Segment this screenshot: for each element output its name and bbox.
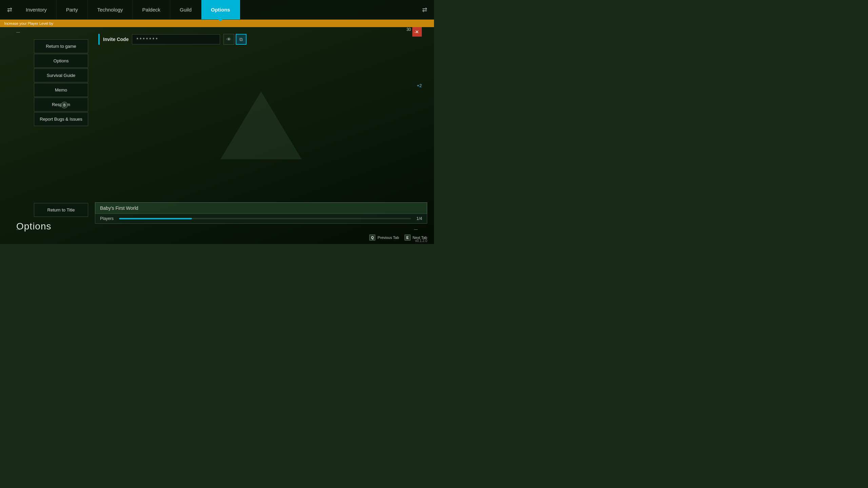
players-bar-fill bbox=[119, 218, 192, 219]
world-players-bar: Players 1/4 bbox=[95, 214, 427, 224]
tab-party[interactable]: Party bbox=[57, 0, 88, 19]
hp-badge: 30 bbox=[407, 27, 411, 32]
tab-options[interactable]: Options bbox=[201, 0, 240, 19]
copy-code-button[interactable]: ⧉ bbox=[236, 34, 246, 45]
prev-tab-label: Previous Tab bbox=[377, 236, 399, 240]
hide-code-button[interactable]: 👁 bbox=[223, 34, 234, 45]
return-to-game-button[interactable]: Return to game bbox=[34, 39, 88, 53]
players-bar-track bbox=[119, 218, 411, 219]
tab-inventory[interactable]: Inventory bbox=[16, 0, 57, 19]
decorative-triangle bbox=[220, 92, 302, 159]
prev-tab-key: Q bbox=[369, 235, 375, 241]
notification-bar: Increase your Player Level by bbox=[0, 20, 434, 27]
swap-right-icon[interactable]: ⇄ bbox=[418, 3, 431, 17]
main-content: Return to game Options Survival Guide Me… bbox=[0, 27, 434, 244]
players-label: Players bbox=[100, 216, 114, 221]
swap-left-icon[interactable]: ⇄ bbox=[3, 3, 16, 17]
report-bugs-button[interactable]: Report Bugs & Issues bbox=[34, 112, 88, 126]
players-count: 1/4 bbox=[416, 216, 422, 221]
invite-code-input[interactable] bbox=[132, 34, 220, 44]
options-button[interactable]: Options bbox=[34, 54, 88, 68]
invite-label-wrapper: Invite Code bbox=[98, 34, 129, 45]
world-info-panel: Baby's First World Players 1/4 bbox=[95, 202, 427, 224]
left-menu-panel: Return to game Options Survival Guide Me… bbox=[0, 27, 88, 244]
tab-paldeck[interactable]: Paldeck bbox=[133, 0, 170, 19]
corner-marker-tr: — bbox=[414, 30, 418, 34]
corner-marker-tl: — bbox=[16, 30, 20, 34]
decorative-area bbox=[95, 54, 427, 197]
plus-badge: +2 bbox=[417, 83, 422, 88]
world-name: Baby's First World bbox=[95, 202, 427, 214]
menu-spacer bbox=[34, 127, 81, 203]
right-panel: Invite Code 👁 ⧉ Baby's First World Playe… bbox=[88, 27, 434, 244]
page-title: Options bbox=[16, 221, 52, 232]
tab-active-arrow bbox=[218, 19, 222, 21]
nav-tabs: Inventory Party Technology Paldeck Guild… bbox=[16, 0, 418, 19]
tab-guild[interactable]: Guild bbox=[170, 0, 201, 19]
invite-label: Invite Code bbox=[103, 37, 129, 42]
top-navigation: ⇄ Inventory Party Technology Paldeck Gui… bbox=[0, 0, 434, 20]
invite-code-icons: 👁 ⧉ bbox=[223, 34, 246, 45]
survival-guide-button[interactable]: Survival Guide bbox=[34, 68, 88, 82]
prev-tab-hint: Q Previous Tab bbox=[369, 235, 399, 241]
version-text: v0.1.2.0 bbox=[415, 239, 427, 243]
invite-label-bar bbox=[98, 34, 100, 45]
return-to-title-button[interactable]: Return to Title bbox=[34, 203, 88, 217]
memo-button[interactable]: Memo bbox=[34, 83, 88, 97]
b-button-indicator: B bbox=[61, 102, 68, 108]
next-tab-key: E bbox=[405, 235, 411, 241]
corner-marker-br: — bbox=[414, 227, 418, 231]
invite-code-row: Invite Code 👁 ⧉ bbox=[98, 34, 424, 45]
tab-technology[interactable]: Technology bbox=[88, 0, 133, 19]
